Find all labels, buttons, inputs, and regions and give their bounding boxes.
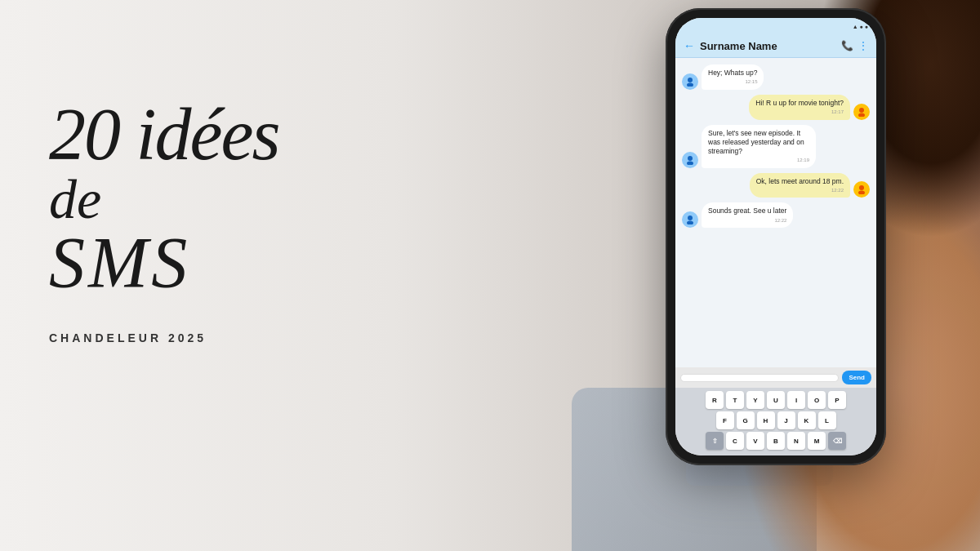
key-delete[interactable]: ⌫ <box>828 432 846 450</box>
key-k[interactable]: K <box>798 411 816 429</box>
message-text: Hi! R u up for movie tonight? <box>755 99 844 107</box>
key-g[interactable]: G <box>737 411 755 429</box>
back-button[interactable]: ← <box>684 39 695 52</box>
key-n[interactable]: N <box>787 432 805 450</box>
subtitle-text: CHANDELEUR 2025 <box>49 331 278 344</box>
message-time: 12:22 <box>708 218 786 224</box>
key-u[interactable]: U <box>767 391 785 409</box>
more-icon[interactable]: ⋮ <box>858 40 868 51</box>
chat-input[interactable] <box>680 374 839 382</box>
key-t[interactable]: T <box>726 391 744 409</box>
message-time: 12:19 <box>708 158 809 164</box>
message-time: 12:15 <box>708 79 757 86</box>
key-r[interactable]: R <box>706 391 724 409</box>
chat-area: Hey; Whats up? 12:15 Hi! R u up for movi… <box>675 58 876 367</box>
send-button[interactable]: Send <box>842 371 871 384</box>
key-b[interactable]: B <box>767 432 785 450</box>
keyboard-row-1: R T Y U I O P <box>677 391 875 409</box>
message-bubble: Ok, lets meet around 18 pm. 12:22 <box>750 173 850 198</box>
message-text: Hey; Whats up? <box>708 69 757 77</box>
key-i[interactable]: I <box>787 391 805 409</box>
message-bubble: Sounds great. See u later 12:22 <box>702 202 793 228</box>
title-sms: SMS <box>49 223 190 302</box>
status-bar: ▲ ● ● <box>675 18 876 34</box>
message-row: Hi! R u up for movie tonight? 12:17 <box>682 95 870 120</box>
svg-point-0 <box>688 78 693 82</box>
message-row: Hey; Whats up? 12:15 <box>682 64 870 90</box>
svg-point-5 <box>687 161 693 165</box>
avatar <box>682 152 698 168</box>
svg-point-2 <box>859 108 864 113</box>
key-y[interactable]: Y <box>746 391 764 409</box>
contact-name: Surname Name <box>700 40 836 52</box>
keyboard-row-3: ⇧ C V B N M ⌫ <box>677 432 875 450</box>
status-icons: ▲ ● ● <box>853 24 868 29</box>
keyboard-row-2: F G H J K L <box>677 411 875 429</box>
key-v[interactable]: V <box>746 432 764 450</box>
message-bubble: Hi! R u up for movie tonight? 12:17 <box>749 95 850 120</box>
header-icons: 📞 ⋮ <box>841 40 868 51</box>
svg-point-3 <box>858 113 865 117</box>
title-de: de <box>49 168 101 230</box>
message-text: Sure, let's see new episode. It was rele… <box>708 129 804 155</box>
avatar <box>682 211 698 228</box>
message-bubble: Hey; Whats up? 12:15 <box>702 64 764 90</box>
message-time: 12:22 <box>756 188 844 194</box>
avatar-sent <box>853 181 870 198</box>
svg-point-4 <box>688 156 693 161</box>
phone-outer: ▲ ● ● ← Surname Name 📞 ⋮ <box>666 8 886 465</box>
message-bubble: Sure, let's see new episode. It was rele… <box>702 125 816 168</box>
key-o[interactable]: O <box>808 391 826 409</box>
key-h[interactable]: H <box>757 411 775 429</box>
key-p[interactable]: P <box>828 391 846 409</box>
svg-point-9 <box>687 221 693 225</box>
key-shift[interactable]: ⇧ <box>706 432 724 450</box>
message-row: Ok, lets meet around 18 pm. 12:22 <box>682 173 870 198</box>
avatar-sent <box>853 104 870 120</box>
svg-point-8 <box>688 216 693 220</box>
key-l[interactable]: L <box>818 411 836 429</box>
key-m[interactable]: M <box>808 432 826 450</box>
keyboard: R T Y U I O P F G H J K L ⇧ <box>675 388 876 455</box>
svg-point-6 <box>859 185 864 190</box>
key-c[interactable]: C <box>726 432 744 450</box>
svg-point-1 <box>687 82 693 87</box>
phone-container: ▲ ● ● ← Surname Name 📞 ⋮ <box>637 0 915 539</box>
input-area: Send <box>675 367 876 388</box>
key-f[interactable]: F <box>716 411 734 429</box>
title-number: 20 idées <box>49 98 278 171</box>
message-row: Sounds great. See u later 12:22 <box>682 202 870 228</box>
message-time: 12:17 <box>755 109 844 116</box>
chat-header: ← Surname Name 📞 ⋮ <box>675 34 876 58</box>
message-text: Ok, lets meet around 18 pm. <box>756 177 844 185</box>
message-row: Sure, let's see new episode. It was rele… <box>682 125 870 168</box>
key-j[interactable]: J <box>777 411 795 429</box>
left-text-block: 20 idées de SMS CHANDELEUR 2025 <box>49 98 278 344</box>
call-icon[interactable]: 📞 <box>841 40 853 51</box>
avatar <box>682 73 698 90</box>
message-text: Sounds great. See u later <box>708 207 786 215</box>
phone-screen: ▲ ● ● ← Surname Name 📞 ⋮ <box>675 18 876 455</box>
svg-point-7 <box>858 191 865 195</box>
